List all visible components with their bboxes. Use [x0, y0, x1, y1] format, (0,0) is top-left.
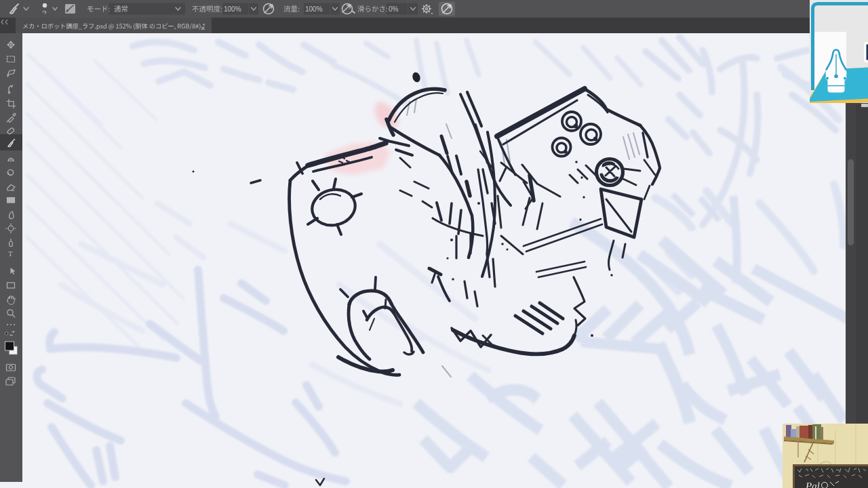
- svg-text:T: T: [8, 249, 13, 258]
